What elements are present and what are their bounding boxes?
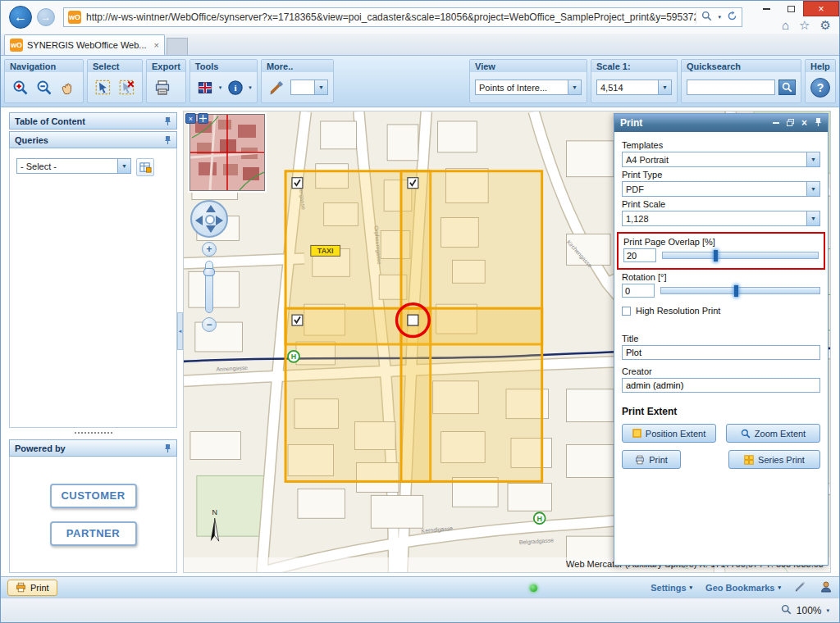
minimize-button[interactable] xyxy=(754,1,778,16)
pin-icon[interactable] xyxy=(164,135,171,145)
partner-button[interactable]: PARTNER xyxy=(50,521,137,546)
tab-favicon: wO xyxy=(10,39,23,52)
overlap-slider[interactable] xyxy=(662,252,819,259)
help-button[interactable]: ? xyxy=(810,78,830,98)
sidebar-splitter[interactable] xyxy=(9,428,177,438)
dropdown-arrow-icon: ▼ xyxy=(314,80,327,94)
pan-hand-button[interactable] xyxy=(57,77,78,98)
query-builder-button[interactable] xyxy=(136,158,154,176)
print-panel-header[interactable]: Print × xyxy=(614,114,828,132)
rotation-slider-handle[interactable] xyxy=(734,285,738,297)
quicksearch-input[interactable] xyxy=(687,80,775,95)
clear-selection-button[interactable] xyxy=(116,77,137,98)
print-task-button[interactable]: Print xyxy=(7,580,57,596)
select-tool-button[interactable] xyxy=(93,77,113,98)
maximize-button[interactable] xyxy=(778,1,803,16)
title-input[interactable] xyxy=(622,345,820,360)
zoom-extent-button[interactable]: Zoom Extent xyxy=(726,424,820,443)
user-avatar[interactable] xyxy=(819,580,833,595)
print-button[interactable]: Print xyxy=(622,450,681,469)
powered-by-title: Powered by xyxy=(15,443,66,453)
url-dropdown-icon[interactable]: ▾ xyxy=(718,14,721,20)
panel-minimize-icon[interactable] xyxy=(773,122,779,124)
redlining-tool-button[interactable] xyxy=(195,77,216,98)
print-extent-grid[interactable] xyxy=(285,171,542,482)
scale-dropdown[interactable]: 4,514 ▼ xyxy=(596,80,672,95)
print-type-dropdown[interactable]: PDF ▼ xyxy=(622,181,820,197)
measure-wand-button[interactable] xyxy=(267,77,287,98)
toolbar-group-help: Help ? xyxy=(805,59,836,103)
geo-bookmarks-menu[interactable]: Geo Bookmarks▾ xyxy=(705,583,781,593)
url-text[interactable]: http://w-ws-wintner/WebOffice/synserver?… xyxy=(86,11,696,23)
zoom-in-button[interactable] xyxy=(10,77,30,98)
toc-panel-header[interactable]: Table of Content xyxy=(9,112,177,130)
print-page-checkbox-4[interactable] xyxy=(408,315,418,325)
overview-move-icon[interactable] xyxy=(198,113,208,124)
home-icon[interactable]: ⌂ xyxy=(782,18,789,33)
print-export-button[interactable] xyxy=(152,77,172,98)
high-res-checkbox[interactable] xyxy=(622,307,631,316)
print-page-checkbox-1[interactable] xyxy=(292,178,303,189)
pin-icon[interactable] xyxy=(164,116,171,126)
nav-zoom-in-button[interactable]: + xyxy=(202,242,217,257)
dropdown-arrow-icon: ▼ xyxy=(806,182,819,196)
redline-pencil-icon[interactable] xyxy=(794,580,806,594)
rotation-input[interactable] xyxy=(622,284,655,298)
print-page-checkbox-2[interactable] xyxy=(408,178,418,189)
query-select-value: - Select - xyxy=(21,161,117,171)
series-print-button[interactable]: Series Print xyxy=(728,450,820,469)
map-viewport[interactable]: Wienergasse Orpheumgasse Annengasse Kirc… xyxy=(183,111,831,573)
panel-close-icon[interactable]: × xyxy=(801,117,807,129)
overlap-input[interactable] xyxy=(623,248,656,262)
pan-compass[interactable] xyxy=(190,200,228,238)
identify-info-button[interactable]: i xyxy=(225,77,245,98)
print-task-label: Print xyxy=(30,583,49,593)
map-navigator: + − xyxy=(190,200,228,332)
creator-input[interactable] xyxy=(622,378,820,393)
svg-text:N: N xyxy=(212,508,217,516)
settings-gear-icon[interactable]: ⚙ xyxy=(820,18,831,33)
settings-menu[interactable]: Settings▾ xyxy=(651,583,692,593)
overview-close-button[interactable]: × xyxy=(185,113,196,124)
powered-by-header[interactable]: Powered by xyxy=(9,439,177,457)
page-zoom-level[interactable]: 100% xyxy=(797,605,822,616)
browser-tab[interactable]: wO SYNERGIS WebOffice Web... × xyxy=(4,34,165,55)
print-scale-dropdown[interactable]: 1,128 ▼ xyxy=(622,211,820,226)
templates-dropdown[interactable]: A4 Portrait ▼ xyxy=(622,152,820,167)
toolbar-group-navigation: Navigation xyxy=(4,59,84,103)
zoom-slider[interactable] xyxy=(205,261,213,313)
sidebar-collapse-button[interactable]: ◄ xyxy=(177,312,183,350)
refresh-icon[interactable] xyxy=(727,11,737,24)
more-tools-dropdown[interactable]: ▼ xyxy=(290,80,328,95)
view-dropdown[interactable]: Points of Intere... ▼ xyxy=(475,80,582,95)
url-bar[interactable]: wO http://w-ws-wintner/WebOffice/synserv… xyxy=(63,7,742,27)
new-tab-stub[interactable] xyxy=(167,38,188,55)
quicksearch-button[interactable] xyxy=(778,80,796,95)
favorites-star-icon[interactable]: ☆ xyxy=(799,18,810,33)
url-search-icon[interactable] xyxy=(701,11,712,24)
queries-panel-header[interactable]: Queries xyxy=(9,131,177,148)
position-extent-button[interactable]: Position Extent xyxy=(622,424,716,443)
pin-icon[interactable] xyxy=(164,443,171,453)
rotation-slider[interactable] xyxy=(660,287,820,294)
group-label-help: Help xyxy=(806,60,835,72)
close-button[interactable]: × xyxy=(803,1,839,16)
overview-map[interactable] xyxy=(189,114,265,191)
print-page-checkbox-3[interactable] xyxy=(292,315,303,325)
panel-restore-icon[interactable] xyxy=(787,119,794,128)
zoom-dropdown-icon[interactable]: ▾ xyxy=(826,607,829,614)
back-button[interactable]: ← xyxy=(9,6,32,29)
tab-close-icon[interactable]: × xyxy=(154,40,159,50)
customer-button[interactable]: CUSTOMER xyxy=(50,484,137,508)
redlining-dropdown-icon[interactable]: ▾ xyxy=(219,84,222,91)
zoom-slider-handle[interactable] xyxy=(203,268,215,276)
forward-button[interactable]: → xyxy=(37,8,55,26)
identify-dropdown-icon[interactable]: ▾ xyxy=(249,84,252,91)
overlap-slider-handle[interactable] xyxy=(714,250,718,261)
nav-zoom-out-button[interactable]: − xyxy=(202,317,217,332)
zoom-magnifier-icon[interactable] xyxy=(781,604,792,617)
zoom-out-button[interactable] xyxy=(34,77,54,98)
query-select-dropdown[interactable]: - Select - ▼ xyxy=(16,158,131,174)
panel-pin-icon[interactable] xyxy=(815,117,822,129)
browser-window: ← → wO http://w-ws-wintner/WebOffice/syn… xyxy=(0,0,840,623)
